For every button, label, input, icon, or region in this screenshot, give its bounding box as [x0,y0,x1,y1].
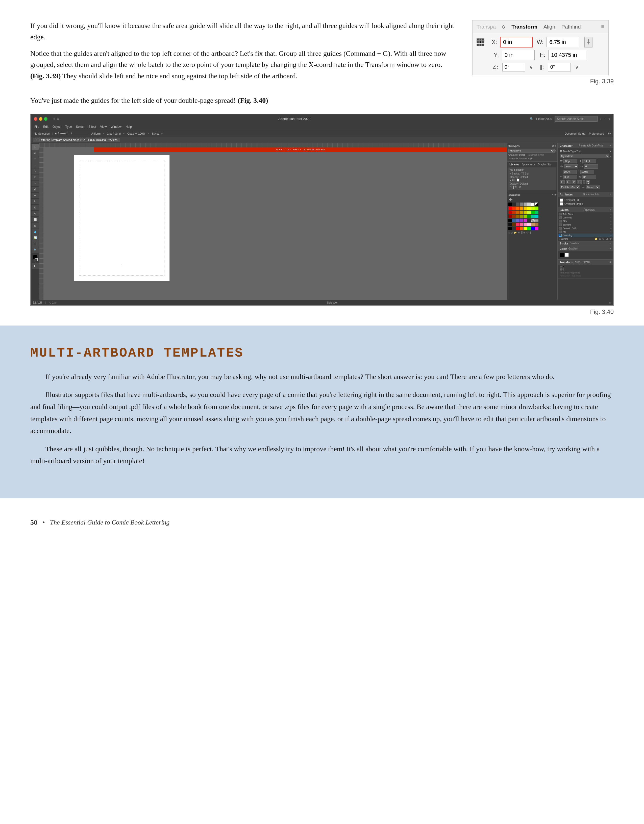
doc-setup-btn[interactable]: Document Setup [564,132,586,135]
layer-lock-4[interactable]: ○ [610,223,612,226]
tab-pathfind[interactable]: Pathfind [561,24,581,30]
h-input[interactable] [548,50,586,60]
swatch-yellow3[interactable] [524,227,527,230]
brush-tool[interactable]: 🖌 [32,187,38,192]
swatches-label[interactable]: Swatches [509,193,521,196]
kerning-select[interactable]: Auto [564,164,578,168]
minimize-button[interactable] [39,117,42,121]
swatch-orange2[interactable] [520,207,523,210]
swatches-trash-btn[interactable]: 🗑 [529,231,532,234]
swatch-orange3[interactable] [520,227,523,230]
cg-panel-menu[interactable]: ≡ [610,247,611,250]
artboard-tool[interactable]: ⬛ [32,241,38,247]
leading-input[interactable] [583,159,596,163]
swatch-tan2[interactable] [535,223,538,226]
overprint-stroke-cb[interactable] [559,202,563,206]
layer-lock-5[interactable]: ○ [610,227,612,229]
artboards-tab[interactable]: Artboards [584,208,595,211]
swatch-lightgray[interactable] [524,203,527,206]
main-tab[interactable]: ✕ Lettering Template Spread.ait @ 92.41%… [33,138,120,142]
swatch-darkgray[interactable] [512,203,516,206]
swatch-nearblack[interactable] [509,223,512,226]
swatch-purple[interactable] [516,219,520,222]
layer-visibility-6[interactable] [559,231,562,233]
swatch-maroon2[interactable] [512,215,516,218]
menu-view[interactable]: View [99,125,108,129]
baseline-input[interactable] [563,175,577,179]
swatches-back-btn[interactable]: ▷ [511,231,513,234]
ta-panel-menu[interactable]: ≡ [610,261,611,263]
layers-panel-header[interactable]: Layers Artboards ≡ [558,208,613,212]
move-selection-btn[interactable]: ▶ [603,238,604,240]
menu-file[interactable]: File [33,125,41,129]
layer-visibility-3[interactable] [559,220,562,223]
rotation-input[interactable] [582,175,596,179]
swatch-cyan[interactable] [535,215,538,218]
transform-reference-icon[interactable] [476,38,484,46]
t-caps[interactable]: I [583,180,586,184]
stroke-swatch[interactable] [521,172,524,175]
fg-color-swatch[interactable] [559,253,564,257]
layer-visibility-2[interactable] [559,217,562,219]
bottom-panel-header[interactable]: Stroke Brushes ≡ [558,241,613,246]
eyedropper-tool[interactable]: 💧 [32,229,38,235]
transform-tab-label[interactable]: Transform [559,261,573,264]
close-button[interactable] [34,117,37,121]
t-superscript[interactable]: T² [572,180,576,184]
swatch-red2[interactable] [512,207,516,210]
stroke-color[interactable] [35,258,38,261]
gradient-tool[interactable]: ⬜ [32,217,38,223]
arrange-icon[interactable]: ⊞▸ [607,132,611,135]
swatches-del-btn[interactable]: ▐ [521,231,522,234]
glyphs-menu-icon[interactable]: ⊕ [552,145,554,147]
font-family-select[interactable]: Myriad Pro [509,149,555,153]
glyphs-close-icon[interactable]: ≡ [555,145,556,147]
layer-bounding[interactable]: Bounding ○ [558,234,613,237]
char-font-select[interactable]: Myriad Pro [559,154,609,158]
menu-effect[interactable]: Effect [87,125,97,129]
swatch-black3[interactable] [509,227,512,230]
swatch-teal1[interactable] [535,211,538,214]
attributes-panel-header[interactable]: Attributes Document Info ≡ [558,192,613,197]
swatches-grid-icon[interactable]: ⊞ [554,193,556,196]
swatch-violet[interactable] [520,219,523,222]
panel-menu-icon[interactable]: ≡ [601,23,604,30]
prev-artboard-btn[interactable]: ◁ [49,301,51,304]
swatch-pink3[interactable] [524,223,527,226]
layer-visibility-4[interactable] [559,223,562,226]
layer-lettering[interactable]: Lettering ○ [558,216,613,220]
glyphs-label[interactable]: Glyphs [511,145,520,148]
tab-transpas[interactable]: Transpa [476,24,496,30]
swatch-tan[interactable] [531,223,535,226]
brushes-tab-label[interactable]: Brushes [570,242,579,245]
swatch-black2[interactable] [509,219,512,222]
layer-lock-6[interactable]: ○ [610,231,612,233]
layer-lock-icon[interactable]: ○ [610,213,612,215]
pencil-tool[interactable]: ✏ [32,193,38,198]
swatch-gray[interactable] [516,203,520,206]
swatch-yellow[interactable] [524,207,527,210]
maximize-button[interactable] [44,117,48,121]
layer-lock-7[interactable]: ○ [610,234,612,237]
layer-sfx[interactable]: SFX ○ [558,220,613,223]
menu-window[interactable]: Window [109,125,123,129]
swatch-orange[interactable] [516,207,520,210]
normal-style-row[interactable]: Normal Character Style [509,157,556,160]
type-tool[interactable]: T [32,162,38,168]
zoom-level[interactable]: 92.41% [33,301,42,304]
tab-transform[interactable]: Transform [512,24,538,30]
align-tab-label[interactable]: Align [575,261,580,263]
menu-object[interactable]: Object [51,125,63,129]
menu-select[interactable]: Select [74,125,86,129]
color-gradient-header[interactable]: Color Gradient ≡ [558,246,613,251]
char-styles-tab[interactable]: Character Styles [509,154,525,156]
swatch-pink[interactable] [516,223,520,226]
search-adobe-stock-input[interactable]: Search Adobe Stock [555,116,598,122]
layer-beneath[interactable]: Beneath Ball... ○ [558,226,613,230]
menu-type[interactable]: Type [64,125,74,129]
scale-h-input[interactable] [563,170,576,174]
mesh-tool[interactable]: ⊞ [32,223,38,229]
blend-tool[interactable]: ⊗ [32,211,38,217]
fill-swatch[interactable] [517,179,519,181]
swatch-pattern2[interactable] [535,219,538,222]
